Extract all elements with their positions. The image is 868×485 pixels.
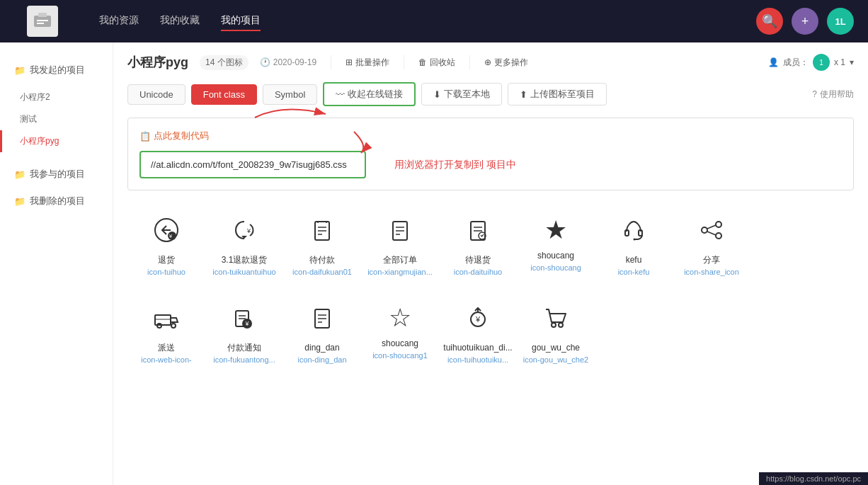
svg-line-28 — [707, 225, 716, 229]
collapse-online-btn[interactable]: 〰 收起在线链接 — [323, 82, 416, 106]
icon-item-12[interactable]: ¥ tuihuotuikuan_di... icon-tuihuotuiku..… — [439, 292, 517, 373]
icon-item-9[interactable]: ¥ 付款通知 icon-fukuantong... — [205, 292, 283, 373]
member-dropdown-icon[interactable]: ▾ — [850, 57, 854, 67]
icon-item-5[interactable]: ★ shoucang icon-shoucang — [517, 205, 595, 285]
user-avatar[interactable]: 1L — [827, 8, 854, 35]
svg-text:¥: ¥ — [246, 227, 251, 234]
font-class-area: 📋 点此复制代码 //at.alicdn.com/t/font_2008239_… — [127, 118, 854, 190]
svg-text:¥: ¥ — [169, 233, 173, 239]
copy-icon: 📋 — [139, 131, 151, 142]
icon-item-11[interactable]: ☆ shoucang icon-shoucang1 — [361, 292, 439, 373]
svg-rect-1 — [38, 13, 47, 17]
upload-icon: ⬆ — [520, 89, 527, 100]
icon-glyph-11: ☆ — [389, 304, 411, 332]
svg-line-29 — [707, 232, 716, 235]
svg-text:¥: ¥ — [244, 320, 249, 327]
icon-glyph-9: ¥ — [230, 304, 258, 336]
icon-item-10[interactable]: ding_dan icon-ding_dan — [283, 292, 361, 373]
icon-label-0: 退货 — [158, 254, 175, 266]
logo-icon — [31, 10, 54, 33]
icon-glyph-0: ¥ — [152, 216, 181, 249]
tab-unicode[interactable]: Unicode — [127, 84, 185, 105]
icon-label-5: shoucang — [537, 250, 574, 262]
icon-label-9: 付款通知 — [227, 342, 261, 354]
icons-grid-row2: 派送 icon-web-icon- ¥ 付款通知 icon-fukuantong… — [127, 292, 854, 373]
nav-tab-favorites[interactable]: 我的收藏 — [160, 11, 200, 31]
upload-project-btn[interactable]: ⬆ 上传图标至项目 — [508, 83, 607, 105]
tab-bar: Unicode Font class Symbol 〰 收起在线链接 ⬇ 下载至… — [127, 82, 854, 106]
svg-point-25 — [716, 222, 721, 227]
tab-fontclass[interactable]: Font class — [191, 84, 257, 105]
sidebar-item-deleted[interactable]: 📁 我删除的项目 — [0, 188, 113, 215]
sidebar-sub-section: 小程序2 测试 小程序pyg — [0, 86, 113, 152]
icon-item-13[interactable]: gou_wu_che icon-gou_wu_che2 — [517, 292, 595, 373]
svg-point-24 — [634, 239, 636, 241]
icon-label-12: tuihuotuikuan_di... — [443, 342, 512, 354]
member-avatar: 1 — [813, 54, 830, 71]
main-content: 小程序pyg 14 个图标 🕐 2020-09-19 ⊞ 批量操作 🗑 回收站 … — [113, 42, 868, 485]
logo-box — [27, 6, 58, 37]
members-info: 👤 成员： 1 x 1 ▾ — [768, 54, 854, 71]
project-title: 小程序pyg — [127, 54, 188, 71]
icon-item-4[interactable]: 待退货 icon-daituihuo — [439, 205, 517, 285]
icon-label-7: 分享 — [703, 254, 720, 266]
icon-item-1[interactable]: ¥ 3.1退款退货 icon-tuikuantuihuo — [205, 205, 283, 285]
batch-op-btn[interactable]: ⊞ 批量操作 — [346, 57, 389, 69]
download-icon: ⬇ — [433, 89, 441, 100]
sidebar-item-my-projects[interactable]: 📁 我发起的项目 — [0, 57, 113, 84]
more-icon: ⊕ — [484, 57, 491, 67]
icon-label-3: 全部订单 — [383, 254, 417, 266]
bottom-url-bar: https://blog.csdn.net/opc.pc — [759, 472, 868, 485]
icon-item-0[interactable]: ¥ 退货 icon-tuihuo — [127, 205, 205, 285]
nav-tabs: 我的资源 我的收藏 我的项目 — [99, 11, 261, 31]
link-icon: 〰 — [336, 89, 345, 100]
help-link[interactable]: ? 使用帮助 — [812, 89, 854, 101]
icon-label-8: 派送 — [158, 342, 175, 354]
tab-symbol[interactable]: Symbol — [263, 84, 317, 105]
add-button[interactable]: + — [792, 8, 818, 35]
icon-item-2[interactable]: 待付款 icon-daifukuan01 — [283, 205, 361, 285]
recycle-btn[interactable]: 🗑 回收站 — [418, 57, 455, 69]
more-ops-btn[interactable]: ⊕ 更多操作 — [484, 57, 528, 69]
copy-code-link[interactable]: 📋 点此复制代码 — [139, 130, 842, 142]
icon-class-12: icon-tuihuotuiku... — [447, 355, 508, 364]
top-nav: 我的资源 我的收藏 我的项目 🔍 + 1L — [0, 0, 868, 42]
icon-class-7: icon-share_icon — [684, 268, 739, 276]
icon-class-6: icon-kefu — [618, 268, 650, 276]
sidebar-sub-item-1[interactable]: 测试 — [0, 108, 113, 130]
top-right-actions: 🔍 + 1L — [756, 8, 854, 35]
icon-glyph-10 — [308, 304, 336, 336]
font-class-box: 📋 点此复制代码 //at.alicdn.com/t/font_2008239_… — [127, 118, 854, 190]
project-header: 小程序pyg 14 个图标 🕐 2020-09-19 ⊞ 批量操作 🗑 回收站 … — [127, 54, 854, 71]
project-date: 🕐 2020-09-19 — [260, 57, 316, 67]
icon-item-8[interactable]: 派送 icon-web-icon- — [127, 292, 205, 373]
nav-tab-projects[interactable]: 我的项目 — [221, 11, 261, 31]
svg-point-26 — [716, 233, 721, 239]
icon-class-3: icon-xiangmujian... — [367, 268, 433, 276]
icon-class-13: icon-gou_wu_che2 — [523, 355, 588, 364]
icon-item-6[interactable]: kefu icon-kefu — [595, 205, 673, 285]
icon-glyph-4 — [464, 216, 492, 249]
icon-label-13: gou_wu_che — [532, 342, 580, 354]
icon-item-3[interactable]: 全部订单 icon-xiangmujian... — [361, 205, 439, 285]
divider-2 — [404, 55, 404, 69]
icon-class-5: icon-shoucang — [530, 263, 581, 272]
divider-1 — [331, 55, 331, 69]
download-local-btn[interactable]: ⬇ 下载至本地 — [421, 83, 502, 105]
sidebar-item-participated[interactable]: 📁 我参与的项目 — [0, 161, 113, 188]
icon-glyph-5: ★ — [544, 216, 567, 244]
main-layout: 📁 我发起的项目 小程序2 测试 小程序pyg 📁 我参与的项目 📁 我删除的项… — [0, 42, 868, 485]
icon-class-2: icon-daifukuan01 — [292, 268, 352, 276]
sidebar-sub-item-0[interactable]: 小程序2 — [0, 86, 113, 108]
search-button[interactable]: 🔍 — [756, 8, 783, 35]
icons-grid-row1: ¥ 退货 icon-tuihuo ¥ 3.1退款退货 icon-tuikuant… — [127, 205, 854, 285]
url-box[interactable]: //at.alicdn.com/t/font_2008239_9w7isugj6… — [139, 151, 366, 178]
nav-tab-resources[interactable]: 我的资源 — [99, 11, 139, 31]
icon-class-8: icon-web-icon- — [141, 355, 192, 364]
icon-item-7[interactable]: 分享 icon-share_icon — [673, 205, 750, 285]
clock-icon: 🕐 — [260, 57, 270, 67]
batch-icon: ⊞ — [346, 57, 353, 67]
svg-point-32 — [171, 324, 176, 328]
sidebar-sub-item-2[interactable]: 小程序pyg — [0, 130, 113, 152]
sidebar: 📁 我发起的项目 小程序2 测试 小程序pyg 📁 我参与的项目 📁 我删除的项… — [0, 42, 113, 485]
